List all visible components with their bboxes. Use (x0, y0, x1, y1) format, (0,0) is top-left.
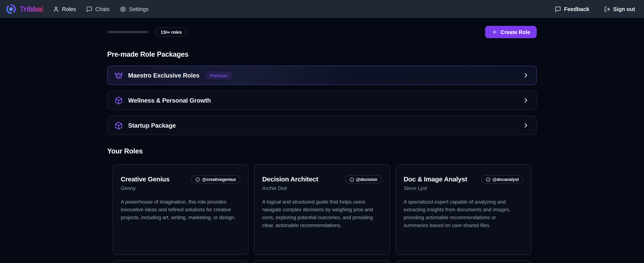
nav-right: Feedback Sign out (555, 6, 635, 12)
package-name: Wellness & Personal Growth (128, 97, 211, 104)
package-row-startup[interactable]: Startup Package (107, 116, 537, 135)
app-window: Tribbai Roles Chats Settings (0, 0, 644, 263)
chevron-right-icon (522, 72, 529, 79)
card-header: Doc & Image Analyst @docanalyst (404, 175, 523, 183)
chevron-right-icon (522, 97, 529, 104)
role-title: Doc & Image Analyst (404, 176, 467, 183)
main-content: 13/∞ roles Create Role Pre-made Role Pac… (107, 26, 537, 263)
crown-icon (114, 71, 123, 79)
brand-logo[interactable]: Tribbai (6, 4, 43, 14)
role-title: Decision Architect (262, 176, 318, 183)
nav-links: Roles Chats Settings (53, 6, 149, 12)
nav-item-label: Chats (95, 6, 110, 12)
role-card-decision-architect[interactable]: Decision Architect @decision Archie Doit… (254, 164, 390, 255)
top-navbar: Tribbai Roles Chats Settings (0, 0, 644, 18)
roles-meta-row: 13/∞ roles Create Role (107, 26, 537, 38)
card-header: Decision Architect @decision (262, 175, 382, 183)
package-row-wellness[interactable]: Wellness & Personal Growth (107, 91, 537, 110)
feedback-button[interactable]: Feedback (555, 6, 589, 12)
nav-item-roles[interactable]: Roles (53, 6, 76, 12)
feedback-label: Feedback (564, 6, 589, 12)
brand-name: Tribbai (20, 5, 43, 13)
plus-icon (492, 29, 497, 35)
role-handle-badge[interactable]: @creativegenius (191, 175, 240, 183)
sign-out-button[interactable]: Sign out (604, 6, 635, 12)
role-cards-next-row (112, 260, 531, 263)
user-icon (53, 6, 59, 12)
role-handle-badge[interactable]: @decision (345, 175, 382, 183)
gear-icon (120, 6, 126, 12)
chevron-right-icon (522, 122, 529, 129)
card-header: Creative Genius @creativegenius (121, 175, 240, 183)
create-role-label: Create Role (500, 29, 530, 35)
role-agent-name: Steve Lyst (404, 185, 523, 191)
roles-count-badge: 13/∞ roles (155, 27, 187, 36)
role-agent-name: Archie Doit (262, 185, 382, 191)
premium-badge: Premium (205, 71, 232, 79)
create-role-button[interactable]: Create Role (485, 26, 537, 38)
your-roles-section: Creative Genius @creativegenius Genny A … (107, 164, 537, 263)
package-row-maestro[interactable]: Maestro Exclusive Roles Premium (107, 66, 537, 85)
info-icon (196, 177, 200, 182)
your-roles-section-title: Your Roles (107, 147, 537, 156)
role-cards-grid: Creative Genius @creativegenius Genny A … (112, 164, 531, 255)
role-card-partial[interactable] (112, 260, 248, 263)
role-description: A powerhouse of imagination, this role p… (121, 198, 240, 222)
feedback-chat-icon (555, 6, 561, 12)
info-icon (350, 177, 354, 182)
nav-item-settings[interactable]: Settings (120, 6, 149, 12)
role-title: Creative Genius (121, 176, 170, 183)
info-icon (486, 177, 490, 182)
nav-item-label: Settings (129, 6, 149, 12)
tribbai-logo-icon (6, 4, 16, 14)
chat-icon (86, 6, 92, 12)
package-name: Maestro Exclusive Roles (128, 72, 200, 79)
package-icon (114, 121, 123, 129)
role-handle: @decision (356, 177, 377, 182)
packages-section-title: Pre-made Role Packages (107, 50, 537, 59)
role-agent-name: Genny (121, 185, 240, 191)
role-card-partial[interactable] (396, 260, 532, 263)
sign-out-label: Sign out (613, 6, 635, 12)
nav-item-chats[interactable]: Chats (86, 6, 110, 12)
role-card-creative-genius[interactable]: Creative Genius @creativegenius Genny A … (112, 164, 248, 255)
role-description: A logical and structured guide that help… (262, 198, 382, 230)
role-card-doc-image-analyst[interactable]: Doc & Image Analyst @docanalyst Steve Ly… (396, 164, 532, 255)
role-handle: @creativegenius (202, 177, 236, 182)
role-description: A specialized expert capable of analyzin… (404, 198, 523, 230)
package-icon (114, 96, 123, 104)
nav-item-label: Roles (62, 6, 76, 12)
role-card-partial[interactable] (254, 260, 390, 263)
roles-progress-bar (107, 31, 148, 33)
role-handle: @docanalyst (492, 177, 519, 182)
log-out-icon (604, 6, 610, 12)
role-handle-badge[interactable]: @docanalyst (482, 175, 523, 183)
package-name: Startup Package (128, 122, 176, 129)
